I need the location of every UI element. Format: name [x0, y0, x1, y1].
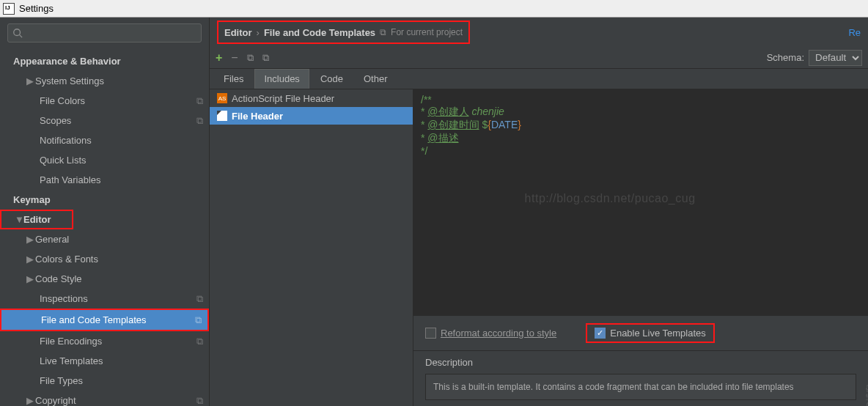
- svg-point-0: [14, 29, 21, 36]
- tab-files[interactable]: Files: [214, 69, 253, 89]
- watermark: http://blog.csdn.net/pucao_cug: [525, 192, 696, 205]
- project-scope-icon: ⧉: [196, 336, 203, 347]
- breadcrumb-part: File and Code Templates: [264, 27, 375, 38]
- schema-select[interactable]: Default: [809, 50, 862, 66]
- section-appearance[interactable]: Appearance & Behavior: [0, 51, 209, 71]
- options-row: Reformat according to style ✓ Enable Liv…: [413, 316, 868, 350]
- project-scope-icon: ⧉: [196, 395, 203, 407]
- copy-button[interactable]: ⧉: [247, 52, 254, 64]
- breadcrumb-part: Editor: [224, 27, 252, 38]
- paste-button[interactable]: ⧉: [262, 52, 269, 64]
- search-input[interactable]: [7, 23, 202, 43]
- expand-arrow-icon: ▶: [26, 234, 35, 245]
- breadcrumb: Editor › File and Code Templates ⧉ For c…: [217, 21, 470, 44]
- item-file-types[interactable]: File Types: [0, 371, 209, 391]
- project-scope-icon: ⧉: [195, 314, 202, 326]
- item-system-settings[interactable]: ▶System Settings: [0, 71, 209, 91]
- item-live-templates[interactable]: Live Templates: [0, 351, 209, 371]
- tab-includes[interactable]: Includes: [254, 69, 309, 89]
- remove-button[interactable]: −: [231, 51, 238, 64]
- svg-line-1: [20, 35, 23, 38]
- code-editor[interactable]: /** * @创建人 chenjie * @创建时间 ${DATE} * @描述…: [413, 89, 868, 316]
- expand-arrow-icon: ▶: [26, 75, 35, 86]
- description-panel: Description This is a built-in template.…: [413, 350, 868, 406]
- enable-live-templates-checkbox[interactable]: ✓ Enable Live Templates: [595, 328, 706, 339]
- expand-arrow-icon: ▶: [26, 273, 35, 284]
- title-bar: Settings: [0, 0, 868, 18]
- list-item[interactable]: File Header: [210, 107, 413, 125]
- item-notifications[interactable]: Notifications: [0, 130, 209, 150]
- project-scope-icon: ⧉: [196, 95, 203, 107]
- item-inspections[interactable]: Inspections⧉: [0, 289, 209, 309]
- tab-other[interactable]: Other: [354, 69, 397, 89]
- expand-arrow-icon: ▼: [15, 214, 23, 225]
- reset-link[interactable]: Re: [848, 27, 861, 38]
- section-keymap[interactable]: Keymap: [0, 190, 209, 210]
- search-container: [0, 18, 209, 48]
- breadcrumb-sep-icon: ›: [257, 27, 260, 38]
- tabs: Files Includes Code Other: [210, 69, 868, 89]
- actionscript-file-icon: AS: [217, 93, 227, 103]
- expand-arrow-icon: ▶: [26, 395, 35, 406]
- scope-label: For current project: [391, 27, 463, 37]
- item-file-encodings[interactable]: File Encodings⧉: [0, 331, 209, 351]
- template-list: ASActionScript File Header File Header: [210, 89, 413, 406]
- schema-label: Schema:: [767, 52, 804, 63]
- add-button[interactable]: +: [216, 51, 222, 64]
- checkbox-checked-icon: ✓: [595, 328, 606, 339]
- main-panel: Editor › File and Code Templates ⧉ For c…: [210, 18, 868, 406]
- settings-tree: Appearance & Behavior ▶System Settings F…: [0, 48, 209, 406]
- side-watermark: 51CTO博客: [864, 384, 868, 406]
- item-code-style[interactable]: ▶Code Style: [0, 269, 209, 289]
- list-item[interactable]: ASActionScript File Header: [210, 89, 413, 107]
- item-file-colors[interactable]: File Colors⧉: [0, 91, 209, 111]
- reformat-checkbox[interactable]: Reformat according to style: [425, 323, 556, 343]
- app-icon: [3, 3, 15, 15]
- project-scope-icon: ⧉: [380, 27, 386, 37]
- description-title: Description: [425, 357, 856, 368]
- item-colors-fonts[interactable]: ▶Colors & Fonts: [0, 249, 209, 269]
- settings-sidebar: Appearance & Behavior ▶System Settings F…: [0, 18, 210, 406]
- item-file-and-code-templates[interactable]: File and Code Templates⧉: [1, 310, 207, 330]
- project-scope-icon: ⧉: [196, 293, 203, 305]
- file-icon: [217, 111, 227, 121]
- section-editor[interactable]: ▼Editor: [0, 210, 73, 229]
- item-path-variables[interactable]: Path Variables: [0, 170, 209, 190]
- description-text: This is a built-in template. It contains…: [425, 374, 856, 400]
- checkbox-icon: [425, 328, 436, 339]
- search-icon: [12, 28, 23, 38]
- expand-arrow-icon: ▶: [26, 254, 35, 265]
- item-copyright[interactable]: ▶Copyright⧉: [0, 391, 209, 406]
- window-title: Settings: [19, 3, 54, 14]
- project-scope-icon: ⧉: [196, 115, 203, 127]
- item-quick-lists[interactable]: Quick Lists: [0, 150, 209, 170]
- item-scopes[interactable]: Scopes⧉: [0, 111, 209, 130]
- item-general[interactable]: ▶General: [0, 229, 209, 249]
- tab-code[interactable]: Code: [311, 69, 353, 89]
- toolbar: + − ⧉ ⧉ Schema: Default: [210, 47, 868, 69]
